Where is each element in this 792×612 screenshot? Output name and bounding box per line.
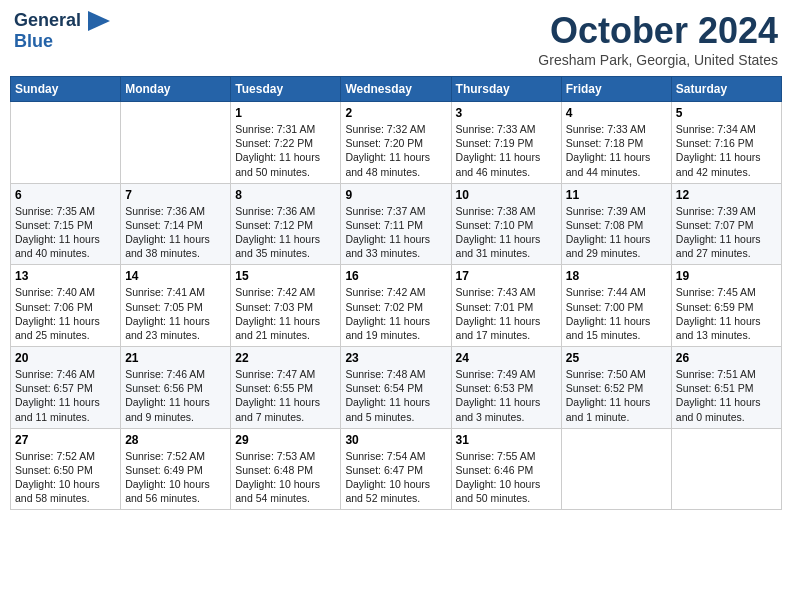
day-number: 8 [235, 188, 336, 202]
day-number: 12 [676, 188, 777, 202]
day-number: 26 [676, 351, 777, 365]
calendar-cell: 14Sunrise: 7:41 AM Sunset: 7:05 PM Dayli… [121, 265, 231, 347]
logo-line2: Blue [14, 31, 110, 52]
calendar-cell: 25Sunrise: 7:50 AM Sunset: 6:52 PM Dayli… [561, 347, 671, 429]
calendar-week-row: 20Sunrise: 7:46 AM Sunset: 6:57 PM Dayli… [11, 347, 782, 429]
cell-info: Sunrise: 7:54 AM Sunset: 6:47 PM Dayligh… [345, 449, 446, 506]
cell-info: Sunrise: 7:32 AM Sunset: 7:20 PM Dayligh… [345, 122, 446, 179]
day-number: 20 [15, 351, 116, 365]
calendar-cell: 30Sunrise: 7:54 AM Sunset: 6:47 PM Dayli… [341, 428, 451, 510]
day-number: 7 [125, 188, 226, 202]
cell-info: Sunrise: 7:41 AM Sunset: 7:05 PM Dayligh… [125, 285, 226, 342]
svg-marker-0 [88, 11, 110, 31]
calendar-cell: 16Sunrise: 7:42 AM Sunset: 7:02 PM Dayli… [341, 265, 451, 347]
page-header: General Blue October 2024 Gresham Park, … [10, 10, 782, 68]
calendar-cell: 3Sunrise: 7:33 AM Sunset: 7:19 PM Daylig… [451, 102, 561, 184]
cell-info: Sunrise: 7:36 AM Sunset: 7:12 PM Dayligh… [235, 204, 336, 261]
calendar-cell: 8Sunrise: 7:36 AM Sunset: 7:12 PM Daylig… [231, 183, 341, 265]
day-of-week-friday: Friday [561, 77, 671, 102]
day-number: 16 [345, 269, 446, 283]
cell-info: Sunrise: 7:51 AM Sunset: 6:51 PM Dayligh… [676, 367, 777, 424]
calendar-cell: 13Sunrise: 7:40 AM Sunset: 7:06 PM Dayli… [11, 265, 121, 347]
day-of-week-saturday: Saturday [671, 77, 781, 102]
day-number: 9 [345, 188, 446, 202]
day-number: 21 [125, 351, 226, 365]
day-number: 30 [345, 433, 446, 447]
calendar-week-row: 27Sunrise: 7:52 AM Sunset: 6:50 PM Dayli… [11, 428, 782, 510]
day-of-week-sunday: Sunday [11, 77, 121, 102]
cell-info: Sunrise: 7:33 AM Sunset: 7:19 PM Dayligh… [456, 122, 557, 179]
logo-text: General [14, 10, 110, 31]
calendar-cell: 27Sunrise: 7:52 AM Sunset: 6:50 PM Dayli… [11, 428, 121, 510]
cell-info: Sunrise: 7:42 AM Sunset: 7:03 PM Dayligh… [235, 285, 336, 342]
day-number: 27 [15, 433, 116, 447]
day-number: 29 [235, 433, 336, 447]
calendar-cell [11, 102, 121, 184]
cell-info: Sunrise: 7:35 AM Sunset: 7:15 PM Dayligh… [15, 204, 116, 261]
day-number: 10 [456, 188, 557, 202]
cell-info: Sunrise: 7:31 AM Sunset: 7:22 PM Dayligh… [235, 122, 336, 179]
calendar-cell: 20Sunrise: 7:46 AM Sunset: 6:57 PM Dayli… [11, 347, 121, 429]
calendar-cell: 23Sunrise: 7:48 AM Sunset: 6:54 PM Dayli… [341, 347, 451, 429]
day-number: 24 [456, 351, 557, 365]
cell-info: Sunrise: 7:44 AM Sunset: 7:00 PM Dayligh… [566, 285, 667, 342]
logo: General Blue [14, 10, 110, 52]
calendar-cell [561, 428, 671, 510]
calendar-week-row: 1Sunrise: 7:31 AM Sunset: 7:22 PM Daylig… [11, 102, 782, 184]
day-number: 13 [15, 269, 116, 283]
cell-info: Sunrise: 7:48 AM Sunset: 6:54 PM Dayligh… [345, 367, 446, 424]
cell-info: Sunrise: 7:42 AM Sunset: 7:02 PM Dayligh… [345, 285, 446, 342]
cell-info: Sunrise: 7:36 AM Sunset: 7:14 PM Dayligh… [125, 204, 226, 261]
calendar-cell: 2Sunrise: 7:32 AM Sunset: 7:20 PM Daylig… [341, 102, 451, 184]
cell-info: Sunrise: 7:43 AM Sunset: 7:01 PM Dayligh… [456, 285, 557, 342]
day-of-week-wednesday: Wednesday [341, 77, 451, 102]
day-number: 19 [676, 269, 777, 283]
calendar-table: SundayMondayTuesdayWednesdayThursdayFrid… [10, 76, 782, 510]
calendar-cell: 17Sunrise: 7:43 AM Sunset: 7:01 PM Dayli… [451, 265, 561, 347]
calendar-cell: 22Sunrise: 7:47 AM Sunset: 6:55 PM Dayli… [231, 347, 341, 429]
cell-info: Sunrise: 7:38 AM Sunset: 7:10 PM Dayligh… [456, 204, 557, 261]
cell-info: Sunrise: 7:46 AM Sunset: 6:57 PM Dayligh… [15, 367, 116, 424]
cell-info: Sunrise: 7:47 AM Sunset: 6:55 PM Dayligh… [235, 367, 336, 424]
calendar-cell: 5Sunrise: 7:34 AM Sunset: 7:16 PM Daylig… [671, 102, 781, 184]
cell-info: Sunrise: 7:39 AM Sunset: 7:07 PM Dayligh… [676, 204, 777, 261]
calendar-cell: 26Sunrise: 7:51 AM Sunset: 6:51 PM Dayli… [671, 347, 781, 429]
calendar-cell: 11Sunrise: 7:39 AM Sunset: 7:08 PM Dayli… [561, 183, 671, 265]
logo-arrow-icon [88, 11, 110, 31]
day-number: 4 [566, 106, 667, 120]
location-text: Gresham Park, Georgia, United States [538, 52, 778, 68]
cell-info: Sunrise: 7:55 AM Sunset: 6:46 PM Dayligh… [456, 449, 557, 506]
cell-info: Sunrise: 7:52 AM Sunset: 6:50 PM Dayligh… [15, 449, 116, 506]
calendar-cell: 29Sunrise: 7:53 AM Sunset: 6:48 PM Dayli… [231, 428, 341, 510]
calendar-cell: 21Sunrise: 7:46 AM Sunset: 6:56 PM Dayli… [121, 347, 231, 429]
calendar-cell: 19Sunrise: 7:45 AM Sunset: 6:59 PM Dayli… [671, 265, 781, 347]
logo-line1: General [14, 10, 81, 30]
cell-info: Sunrise: 7:49 AM Sunset: 6:53 PM Dayligh… [456, 367, 557, 424]
day-number: 25 [566, 351, 667, 365]
day-number: 11 [566, 188, 667, 202]
calendar-cell: 10Sunrise: 7:38 AM Sunset: 7:10 PM Dayli… [451, 183, 561, 265]
cell-info: Sunrise: 7:40 AM Sunset: 7:06 PM Dayligh… [15, 285, 116, 342]
cell-info: Sunrise: 7:53 AM Sunset: 6:48 PM Dayligh… [235, 449, 336, 506]
cell-info: Sunrise: 7:33 AM Sunset: 7:18 PM Dayligh… [566, 122, 667, 179]
cell-info: Sunrise: 7:39 AM Sunset: 7:08 PM Dayligh… [566, 204, 667, 261]
calendar-week-row: 6Sunrise: 7:35 AM Sunset: 7:15 PM Daylig… [11, 183, 782, 265]
cell-info: Sunrise: 7:37 AM Sunset: 7:11 PM Dayligh… [345, 204, 446, 261]
day-number: 1 [235, 106, 336, 120]
calendar-week-row: 13Sunrise: 7:40 AM Sunset: 7:06 PM Dayli… [11, 265, 782, 347]
cell-info: Sunrise: 7:52 AM Sunset: 6:49 PM Dayligh… [125, 449, 226, 506]
calendar-cell: 15Sunrise: 7:42 AM Sunset: 7:03 PM Dayli… [231, 265, 341, 347]
calendar-cell: 18Sunrise: 7:44 AM Sunset: 7:00 PM Dayli… [561, 265, 671, 347]
calendar-cell: 31Sunrise: 7:55 AM Sunset: 6:46 PM Dayli… [451, 428, 561, 510]
day-number: 3 [456, 106, 557, 120]
day-number: 17 [456, 269, 557, 283]
day-number: 15 [235, 269, 336, 283]
calendar-cell [121, 102, 231, 184]
month-title: October 2024 [538, 10, 778, 52]
day-of-week-tuesday: Tuesday [231, 77, 341, 102]
title-area: October 2024 Gresham Park, Georgia, Unit… [538, 10, 778, 68]
day-number: 31 [456, 433, 557, 447]
calendar-cell: 24Sunrise: 7:49 AM Sunset: 6:53 PM Dayli… [451, 347, 561, 429]
cell-info: Sunrise: 7:45 AM Sunset: 6:59 PM Dayligh… [676, 285, 777, 342]
calendar-cell: 1Sunrise: 7:31 AM Sunset: 7:22 PM Daylig… [231, 102, 341, 184]
